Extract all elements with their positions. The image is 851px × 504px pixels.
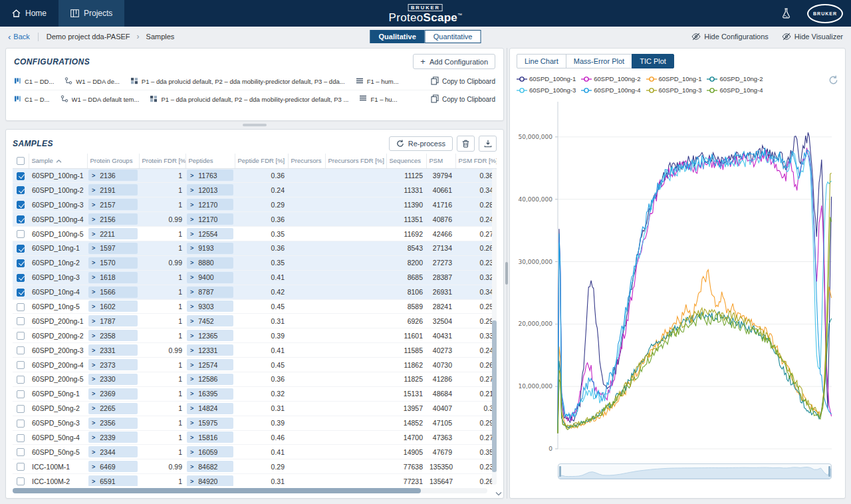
cell-pep[interactable]: >9400 bbox=[185, 270, 235, 285]
row-checkbox[interactable] bbox=[13, 430, 29, 445]
sample-row[interactable]: 60SPD_200ng-5>23301>125860.3611825412860… bbox=[13, 372, 497, 386]
config-item[interactable]: W1 – DDA default tem... bbox=[61, 95, 140, 104]
cell-pg[interactable]: >2369 bbox=[87, 386, 139, 401]
legend-item[interactable]: 60SPD_100ng-2 bbox=[581, 75, 640, 82]
sample-name[interactable]: 60SPD_10ng-1 bbox=[29, 241, 87, 255]
row-checkbox[interactable] bbox=[13, 328, 29, 343]
row-checkbox[interactable] bbox=[13, 445, 29, 459]
sample-name[interactable]: 60SPD_50ng-2 bbox=[29, 401, 87, 416]
scrollbar-thumb[interactable] bbox=[492, 320, 497, 472]
column-header-pep[interactable]: Peptides bbox=[185, 154, 235, 168]
config-item[interactable]: C1 – D... bbox=[14, 95, 50, 104]
cell-pg[interactable]: >1597 bbox=[87, 241, 139, 255]
cell-pg[interactable]: >2330 bbox=[87, 372, 139, 386]
range-handle-right[interactable] bbox=[828, 466, 830, 477]
horizontal-splitter[interactable] bbox=[5, 121, 504, 129]
row-checkbox[interactable] bbox=[13, 314, 29, 328]
sample-name[interactable]: 60SPD_100ng-5 bbox=[29, 227, 87, 241]
nav-tab-projects[interactable]: Projects bbox=[59, 0, 124, 27]
sample-row[interactable]: 60SPD_100ng-4>21560.99>121700.3611351408… bbox=[13, 212, 497, 227]
cell-pep[interactable]: >12331 bbox=[185, 343, 235, 358]
viz-tab-line-chart[interactable]: Line Chart bbox=[517, 54, 566, 68]
legend-item[interactable]: 60SPD_100ng-1 bbox=[517, 75, 576, 82]
cell-pep[interactable]: >8880 bbox=[185, 255, 235, 270]
table-vertical-scrollbar[interactable] bbox=[492, 169, 497, 485]
sample-row[interactable]: 60SPD_10ng-3>16181>94000.418685283870.32 bbox=[13, 270, 497, 285]
cell-pep[interactable]: >15816 bbox=[185, 430, 235, 445]
cell-pg[interactable]: >2211 bbox=[87, 227, 139, 241]
cell-pep[interactable]: >16395 bbox=[185, 386, 235, 401]
sample-name[interactable]: 60SPD_200ng-3 bbox=[29, 343, 87, 358]
cell-pep[interactable]: >9303 bbox=[185, 299, 235, 314]
row-checkbox[interactable] bbox=[13, 386, 29, 401]
sample-row[interactable]: 60SPD_50ng-3>23561>159750.3914852471050.… bbox=[13, 416, 497, 430]
cell-pep[interactable]: >14824 bbox=[185, 401, 235, 416]
column-header-pfdr[interactable]: Protein FDR [%] bbox=[139, 154, 185, 168]
row-checkbox[interactable] bbox=[13, 358, 29, 372]
sample-row[interactable]: 60SPD_100ng-2>21911>120130.2411331406610… bbox=[13, 183, 497, 197]
qualitative-tab[interactable]: Qualitative bbox=[370, 30, 425, 43]
row-checkbox[interactable] bbox=[13, 212, 29, 227]
row-checkbox[interactable] bbox=[13, 474, 29, 486]
config-item[interactable]: C1 – DD... bbox=[14, 77, 54, 86]
sample-name[interactable]: ICC-100M-2 bbox=[29, 474, 87, 486]
config-item[interactable]: F1 – hum... bbox=[356, 78, 399, 86]
cell-pg[interactable]: >2156 bbox=[87, 212, 139, 227]
sample-row[interactable]: 60SPD_200ng-1>17871>74520.316926325040.2… bbox=[13, 314, 497, 328]
sample-name[interactable]: 60SPD_10ng-4 bbox=[29, 285, 87, 299]
config-item[interactable]: W1 – DDA de... bbox=[64, 77, 119, 86]
refresh-chart-icon[interactable] bbox=[828, 75, 838, 85]
sample-name[interactable]: 60SPD_10ng-5 bbox=[29, 299, 87, 314]
column-header-psmfdr[interactable]: PSM FDR [%] bbox=[455, 154, 497, 168]
cell-pg[interactable]: >1566 bbox=[87, 285, 139, 299]
cell-pep[interactable]: >7452 bbox=[185, 314, 235, 328]
select-all-checkbox[interactable] bbox=[13, 154, 29, 168]
cell-pg[interactable]: >2356 bbox=[87, 416, 139, 430]
viz-tab-mass-error-plot[interactable]: Mass-Error Plot bbox=[566, 54, 632, 68]
sample-row[interactable]: 60SPD_50ng-4>23391>158160.4614700473630.… bbox=[13, 430, 497, 445]
sample-name[interactable]: 60SPD_50ng-4 bbox=[29, 430, 87, 445]
cell-pep[interactable]: >12365 bbox=[185, 328, 235, 343]
cell-pep[interactable]: >84682 bbox=[185, 459, 235, 474]
column-header-name[interactable]: Sample bbox=[29, 154, 87, 168]
sample-name[interactable]: ICC-100M-1 bbox=[29, 459, 87, 474]
cell-pep[interactable]: >8787 bbox=[185, 285, 235, 299]
cell-pg[interactable]: >6591 bbox=[87, 474, 139, 486]
sample-row[interactable]: 60SPD_50ng-5>23441>160590.4114905476790.… bbox=[13, 445, 497, 459]
sample-row[interactable]: 60SPD_10ng-5>16021>93030.458589282410.25 bbox=[13, 299, 497, 314]
viz-tab-tic-plot[interactable]: TIC Plot bbox=[632, 54, 674, 68]
cell-pg[interactable]: >1787 bbox=[87, 314, 139, 328]
cell-pep[interactable]: >12574 bbox=[185, 358, 235, 372]
cell-pg[interactable]: >1602 bbox=[87, 299, 139, 314]
cell-pg[interactable]: >1618 bbox=[87, 270, 139, 285]
legend-item[interactable]: 60SPD_100ng-3 bbox=[517, 86, 576, 94]
sample-name[interactable]: 60SPD_50ng-3 bbox=[29, 416, 87, 430]
sample-row[interactable]: ICC-100M-1>64690.99>846820.2977638135350… bbox=[13, 459, 497, 474]
cell-pg[interactable]: >2331 bbox=[87, 343, 139, 358]
sample-name[interactable]: 60SPD_200ng-2 bbox=[29, 328, 87, 343]
cell-pep[interactable]: >12586 bbox=[185, 372, 235, 386]
re-process-button[interactable]: Re-process bbox=[389, 136, 453, 151]
cell-pep[interactable]: >12170 bbox=[185, 197, 235, 212]
legend-item[interactable]: 60SPD_100ng-4 bbox=[581, 86, 640, 94]
cell-pep[interactable]: >15975 bbox=[185, 416, 235, 430]
flask-icon[interactable] bbox=[781, 8, 791, 19]
nav-tab-home[interactable]: Home bbox=[0, 0, 59, 27]
column-header-pepfdr[interactable]: Peptide FDR [%] bbox=[235, 154, 288, 168]
row-checkbox[interactable] bbox=[13, 299, 29, 314]
quantitative-tab[interactable]: Quantitative bbox=[425, 30, 481, 43]
sample-name[interactable]: 60SPD_10ng-3 bbox=[29, 270, 87, 285]
sample-row[interactable]: 60SPD_100ng-5>22111>125540.3511692424660… bbox=[13, 227, 497, 241]
hide-configurations-button[interactable]: Hide Configurations bbox=[691, 33, 769, 41]
legend-item[interactable]: 60SPD_10ng-3 bbox=[646, 86, 702, 94]
cell-pg[interactable]: >1570 bbox=[87, 255, 139, 270]
row-checkbox[interactable] bbox=[13, 183, 29, 197]
sample-name[interactable]: 60SPD_100ng-3 bbox=[29, 197, 87, 212]
cell-pg[interactable]: >2344 bbox=[87, 445, 139, 459]
delete-button[interactable] bbox=[457, 136, 475, 152]
cell-pg[interactable]: >2358 bbox=[87, 328, 139, 343]
export-button[interactable] bbox=[479, 136, 497, 152]
breadcrumb-project[interactable]: Demo project dda-PASEF bbox=[47, 33, 130, 41]
back-button[interactable]: ‹ Back bbox=[8, 33, 30, 41]
sample-row[interactable]: 60SPD_10ng-1>15971>91930.368543271340.26 bbox=[13, 241, 497, 255]
